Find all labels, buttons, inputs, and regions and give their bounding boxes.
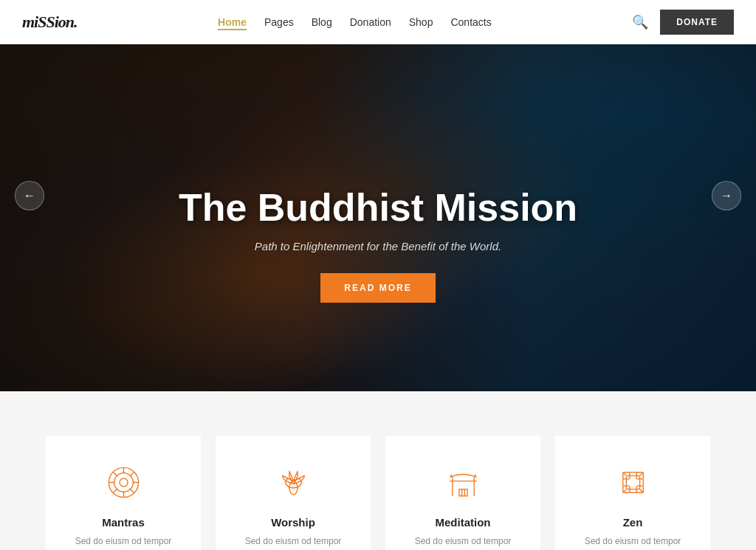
nav-shop[interactable]: Shop — [409, 16, 433, 28]
worship-icon — [273, 462, 314, 503]
mantras-title: Mantras — [102, 516, 145, 529]
donate-button[interactable]: DONATE — [660, 10, 734, 35]
hero-title: The Buddhist Mission — [120, 185, 636, 230]
meditation-title: Meditation — [436, 516, 491, 529]
svg-point-16 — [290, 484, 295, 492]
nav-donation[interactable]: Donation — [350, 16, 391, 28]
arrow-left-icon: ← — [24, 189, 35, 202]
search-icon: 🔍 — [632, 15, 648, 30]
hero-next-button[interactable]: → — [712, 181, 741, 210]
svg-line-8 — [129, 489, 134, 493]
features-section: Mantras Sed do eiusm od tempor • • • Wor… — [0, 391, 756, 550]
svg-line-9 — [129, 472, 134, 477]
card-meditation: Meditation Sed do eiusm od tempor • • • — [385, 436, 540, 550]
main-nav: Home Pages Blog Donation Shop Contacts — [218, 16, 492, 28]
nav-home[interactable]: Home — [218, 16, 247, 28]
zen-icon — [613, 462, 653, 503]
zen-title: Zen — [623, 516, 643, 529]
zen-desc: Sed do eiusm od tempor — [585, 534, 681, 548]
nav-pages[interactable]: Pages — [264, 16, 294, 28]
hero-subtitle: Path to Enlightenment for the Benefit of… — [120, 240, 636, 252]
nav-blog[interactable]: Blog — [312, 16, 332, 28]
meditation-desc: Sed do eiusm od tempor — [415, 534, 512, 548]
svg-marker-11 — [122, 469, 125, 474]
svg-marker-14 — [131, 481, 137, 484]
card-zen: Zen Sed do eiusm od tempor • • • — [555, 436, 710, 550]
svg-marker-12 — [122, 491, 125, 496]
nav-contacts[interactable]: Contacts — [450, 16, 491, 28]
svg-point-2 — [120, 478, 128, 487]
logo: miSSion. — [22, 13, 78, 32]
svg-rect-25 — [626, 475, 639, 489]
read-more-button[interactable]: READ MORE — [320, 273, 435, 303]
hero-content: The Buddhist Mission Path to Enlightenme… — [120, 185, 636, 303]
svg-rect-22 — [459, 489, 467, 496]
meditation-icon — [443, 462, 484, 503]
header-actions: 🔍 DONATE — [632, 10, 734, 35]
svg-line-10 — [113, 489, 117, 493]
hero-prev-button[interactable]: ← — [15, 181, 44, 210]
worship-title: Worship — [271, 516, 315, 529]
arrow-right-icon: → — [721, 189, 732, 202]
mantras-desc: Sed do eiusm od tempor — [75, 534, 172, 548]
card-mantras: Mantras Sed do eiusm od tempor • • • — [46, 436, 201, 550]
svg-line-7 — [113, 472, 117, 477]
card-worship: Worship Sed do eiusm od tempor • • • — [216, 436, 371, 550]
hero-section: ← → The Buddhist Mission Path to Enlight… — [0, 0, 756, 391]
svg-marker-13 — [110, 481, 115, 484]
mantras-icon — [103, 462, 144, 503]
search-button[interactable]: 🔍 — [632, 14, 648, 30]
site-header: miSSion. Home Pages Blog Donation Shop C… — [0, 0, 756, 44]
worship-desc: Sed do eiusm od tempor — [245, 534, 342, 548]
